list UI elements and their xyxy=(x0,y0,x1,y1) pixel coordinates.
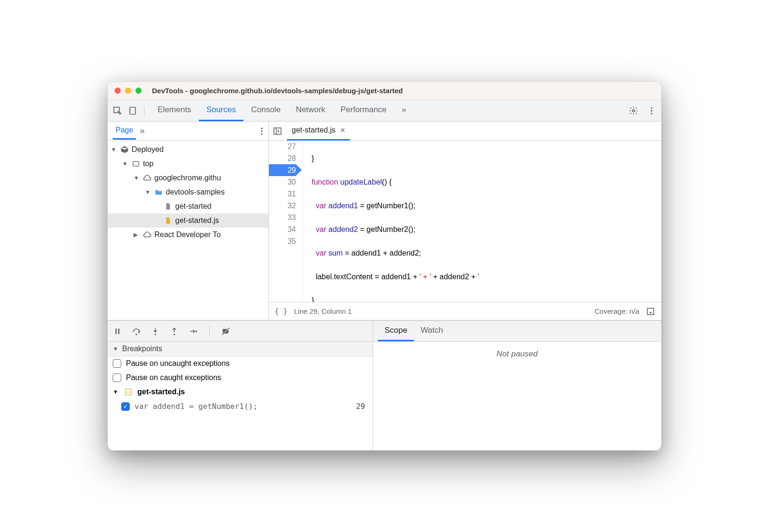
tree-react-ext[interactable]: ▶React Developer To xyxy=(108,228,268,242)
script-icon xyxy=(164,216,172,225)
step-into-icon[interactable] xyxy=(151,327,160,336)
editor-statusbar: { } Line 29, Column 1 Coverage: n/a xyxy=(269,302,661,320)
document-icon xyxy=(164,202,172,211)
editor-panel: get-started.js × 27 28 29 30 31 32 33 34 xyxy=(269,122,661,320)
tabs-overflow[interactable]: » xyxy=(394,100,413,121)
code-editor[interactable]: 27 28 29 30 31 32 33 34 35 } function up… xyxy=(269,141,661,302)
zoom-window-button[interactable] xyxy=(135,88,142,94)
svg-point-6 xyxy=(261,127,262,129)
code-content[interactable]: } function updateLabel() { var addend1 =… xyxy=(303,141,661,302)
breakpoint-file-row[interactable]: ▼ <> get-started.js xyxy=(108,385,373,399)
tree-file-html[interactable]: get-started xyxy=(108,199,268,213)
tree-origin[interactable]: ▼googlechrome.githu xyxy=(108,171,268,185)
cloud-icon xyxy=(143,174,152,182)
step-out-icon[interactable] xyxy=(170,327,179,336)
execution-line-marker[interactable]: 29 xyxy=(269,164,296,176)
tab-sources[interactable]: Sources xyxy=(199,100,243,121)
navigator-tabs-overflow[interactable]: » xyxy=(136,126,148,136)
scope-status: Not paused xyxy=(373,342,661,450)
svg-point-5 xyxy=(651,113,652,114)
close-tab-icon[interactable]: × xyxy=(340,125,345,135)
checkbox-caught[interactable] xyxy=(113,373,121,382)
inspect-element-icon[interactable] xyxy=(113,106,122,115)
device-toolbar-icon[interactable] xyxy=(128,106,137,115)
file-tree: ▼Deployed ▼top ▼googlechrome.githu ▼devt… xyxy=(108,141,268,320)
expand-bottom-icon[interactable] xyxy=(646,307,655,316)
cloud-icon xyxy=(143,231,152,239)
cursor-position: Line 29, Column 1 xyxy=(294,307,352,315)
tab-network[interactable]: Network xyxy=(288,100,333,121)
svg-rect-13 xyxy=(116,328,117,334)
step-over-icon[interactable] xyxy=(132,327,141,336)
tree-deployed[interactable]: ▼Deployed xyxy=(108,142,268,157)
breakpoints-header[interactable]: ▼Breakpoints xyxy=(108,342,373,356)
svg-rect-1 xyxy=(130,107,135,114)
debugger-panel: ▼Breakpoints Pause on uncaught exception… xyxy=(108,320,661,450)
titlebar: DevTools - googlechrome.github.io/devtoo… xyxy=(108,82,661,100)
pause-caught-row[interactable]: Pause on caught exceptions xyxy=(108,371,373,385)
coverage-label: Coverage: n/a xyxy=(595,307,639,315)
tree-file-js[interactable]: get-started.js xyxy=(108,213,268,228)
svg-rect-14 xyxy=(118,328,120,334)
navigator-sidebar: Page » ▼Deployed ▼top ▼googlechrome.gith… xyxy=(108,122,269,320)
devtools-window: DevTools - googlechrome.github.io/devtoo… xyxy=(107,81,662,451)
tab-scope[interactable]: Scope xyxy=(378,321,414,341)
kebab-menu-icon[interactable] xyxy=(647,106,656,115)
frame-icon xyxy=(132,160,140,168)
checkbox-uncaught[interactable] xyxy=(113,359,121,368)
toggle-navigator-icon[interactable] xyxy=(273,126,282,136)
breakpoint-entry[interactable]: ✓ var addend1 = getNumber1(); 29 xyxy=(108,399,373,414)
tab-watch[interactable]: Watch xyxy=(414,321,450,341)
tab-performance[interactable]: Performance xyxy=(333,100,394,121)
breakpoint-checkbox[interactable]: ✓ xyxy=(121,402,130,411)
traffic-lights xyxy=(115,88,142,94)
navigator-tab-page[interactable]: Page xyxy=(113,122,136,140)
editor-tab-label: get-started.js xyxy=(292,126,335,134)
cube-icon xyxy=(120,145,129,154)
editor-tab[interactable]: get-started.js × xyxy=(287,122,350,141)
svg-point-2 xyxy=(633,109,635,112)
folder-icon xyxy=(154,188,163,196)
deactivate-breakpoints-icon[interactable] xyxy=(221,327,231,336)
pause-uncaught-row[interactable]: Pause on uncaught exceptions xyxy=(108,356,373,371)
tree-top[interactable]: ▼top xyxy=(108,157,268,171)
svg-point-16 xyxy=(154,334,156,335)
tab-console[interactable]: Console xyxy=(243,100,288,121)
svg-point-18 xyxy=(196,330,197,332)
kebab-menu-icon[interactable] xyxy=(257,126,267,136)
minimize-window-button[interactable] xyxy=(125,88,131,94)
svg-point-7 xyxy=(261,130,262,132)
pause-resume-icon[interactable] xyxy=(113,327,122,336)
main-toolbar: Elements Sources Console Network Perform… xyxy=(108,100,661,122)
line-gutter[interactable]: 27 28 29 30 31 32 33 34 35 xyxy=(269,141,303,302)
window-title: DevTools - googlechrome.github.io/devtoo… xyxy=(152,87,403,95)
breakpoint-lineno: 29 xyxy=(356,402,368,411)
svg-point-17 xyxy=(173,334,175,335)
step-icon[interactable] xyxy=(188,327,198,336)
tab-elements[interactable]: Elements xyxy=(150,100,199,121)
svg-point-8 xyxy=(261,133,262,134)
tree-folder[interactable]: ▼devtools-samples xyxy=(108,185,268,199)
pretty-print-icon[interactable]: { } xyxy=(275,307,287,316)
svg-point-4 xyxy=(651,110,652,111)
close-window-button[interactable] xyxy=(115,88,121,94)
svg-text:<>: <> xyxy=(126,390,130,394)
script-icon: <> xyxy=(124,388,133,396)
svg-point-3 xyxy=(651,107,652,108)
svg-point-15 xyxy=(135,334,137,335)
debugger-controls xyxy=(108,321,373,342)
svg-rect-9 xyxy=(133,161,139,166)
gear-icon[interactable] xyxy=(629,106,638,115)
